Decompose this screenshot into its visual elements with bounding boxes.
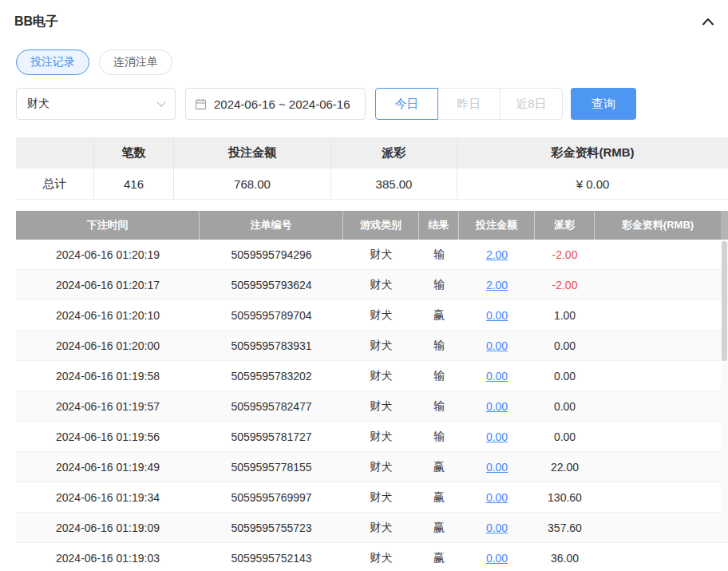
bet-amount-link[interactable]: 0.00: [486, 461, 508, 474]
cell-game-type: 财犬: [343, 482, 419, 512]
cell-bet-amount: 2.00: [459, 240, 535, 269]
game-select-value: 财犬: [27, 97, 49, 111]
bet-amount-link[interactable]: 0.00: [486, 400, 508, 413]
cell-jackpot: [595, 422, 728, 451]
filter-bar: 财犬 2024-06-16 ~ 2024-06-16 今日 昨日 近8日 查询: [16, 88, 728, 120]
scrollbar-track[interactable]: [721, 240, 728, 542]
header-jackpot: 彩金资料(RMB): [595, 211, 721, 240]
bet-amount-link[interactable]: 0.00: [486, 521, 508, 534]
page: BB电子 投注记录 连消注单 财犬 2024-06-16 ~ 2024-0: [0, 0, 728, 571]
cell-bet-id: 5059595782477: [200, 391, 343, 421]
bet-amount-link[interactable]: 0.00: [486, 339, 508, 352]
scrollbar-thumb[interactable]: [722, 241, 727, 361]
table-row: 2024-06-16 01:19:575059595782477财犬输0.000…: [16, 391, 728, 422]
tab-label: 投注记录: [30, 55, 75, 69]
cell-bet-id: 5059595783931: [200, 331, 343, 360]
bet-amount-link[interactable]: 0.00: [486, 370, 508, 383]
cell-game-type: 财犬: [343, 513, 419, 542]
cell-bet-id: 5059595794296: [200, 240, 343, 269]
summary-total-count: 416: [94, 169, 174, 199]
cell-bet-id: 5059595752143: [200, 543, 343, 571]
cell-jackpot: [595, 543, 728, 571]
yesterday-button-label: 昨日: [457, 97, 481, 112]
cell-bet-amount: 0.00: [459, 331, 535, 360]
cell-game-type: 财犬: [343, 452, 419, 482]
header-payout: 派彩: [535, 211, 595, 240]
yesterday-button[interactable]: 昨日: [437, 88, 500, 120]
cell-result: 赢: [419, 513, 459, 542]
section-header: BB电子: [0, 0, 728, 30]
page-title: BB电子: [14, 14, 58, 30]
summary-table: 笔数 投注金额 派彩 彩金资料(RMB) 总计 416 768.00 385.0…: [16, 137, 728, 200]
bet-amount-link[interactable]: 2.00: [486, 248, 508, 261]
game-select[interactable]: 财犬: [16, 88, 176, 120]
cell-payout: 0.00: [535, 391, 595, 421]
cell-result: 赢: [419, 482, 459, 512]
cell-result: 输: [419, 361, 459, 391]
summary-header-payout: 派彩: [331, 137, 457, 169]
collapse-button[interactable]: [699, 13, 717, 30]
date-range-input[interactable]: 2024-06-16 ~ 2024-06-16: [185, 88, 366, 120]
bet-amount-link[interactable]: 0.00: [486, 430, 508, 443]
table-row: 2024-06-16 01:19:035059595752143财犬赢0.003…: [16, 543, 728, 571]
cell-jackpot: [595, 240, 728, 269]
bet-amount-link[interactable]: 2.00: [486, 279, 508, 291]
cell-jackpot: [595, 300, 728, 330]
cell-game-type: 财犬: [343, 361, 419, 391]
today-button-label: 今日: [395, 97, 419, 112]
chevron-up-icon: [702, 17, 714, 26]
query-button[interactable]: 查询: [571, 88, 636, 120]
last-8-days-button[interactable]: 近8日: [500, 88, 563, 120]
cell-bet-time: 2024-06-16 01:20:17: [16, 270, 200, 299]
bet-table-body: 2024-06-16 01:20:195059595794296财犬输2.00-…: [16, 240, 728, 571]
cell-jackpot: [595, 270, 728, 299]
date-range-value: 2024-06-16 ~ 2024-06-16: [214, 97, 350, 111]
cell-jackpot: [595, 391, 728, 421]
cell-bet-time: 2024-06-16 01:19:09: [16, 513, 200, 542]
header-result: 结果: [419, 211, 459, 240]
cell-bet-amount: 0.00: [459, 482, 535, 512]
summary-header-count: 笔数: [94, 137, 174, 169]
table-row: 2024-06-16 01:19:095059595755723财犬赢0.003…: [16, 513, 728, 543]
cell-bet-amount: 0.00: [459, 300, 535, 330]
table-row: 2024-06-16 01:19:345059595769997财犬赢0.001…: [16, 482, 728, 513]
cell-bet-amount: 0.00: [459, 361, 535, 391]
table-row: 2024-06-16 01:19:495059595778155财犬赢0.002…: [16, 452, 728, 482]
cell-result: 赢: [419, 300, 459, 330]
cell-bet-time: 2024-06-16 01:19:34: [16, 482, 200, 512]
header-game-type: 游戏类别: [343, 211, 419, 240]
table-row: 2024-06-16 01:19:585059595783202财犬输0.000…: [16, 361, 728, 391]
cell-payout: 1.00: [535, 300, 595, 330]
cell-result: 赢: [419, 452, 459, 482]
today-button[interactable]: 今日: [375, 88, 438, 120]
table-row: 2024-06-16 01:20:195059595794296财犬输2.00-…: [16, 240, 728, 270]
summary-header-row: 笔数 投注金额 派彩 彩金资料(RMB): [16, 137, 728, 169]
cell-bet-amount: 2.00: [459, 270, 535, 299]
cell-bet-time: 2024-06-16 01:19:58: [16, 361, 200, 391]
cell-bet-id: 5059595783202: [200, 361, 343, 391]
cell-bet-amount: 0.00: [459, 391, 535, 421]
cell-bet-time: 2024-06-16 01:19:03: [16, 543, 200, 571]
header-bet-id: 注单编号: [200, 211, 343, 240]
bet-amount-link[interactable]: 0.00: [486, 309, 508, 322]
bet-amount-link[interactable]: 0.00: [486, 552, 508, 565]
cell-game-type: 财犬: [343, 240, 419, 269]
cell-bet-id: 5059595778155: [200, 452, 343, 482]
tab-bet-records[interactable]: 投注记录: [16, 50, 89, 75]
tab-cancelled-bets[interactable]: 连消注单: [99, 50, 172, 75]
cell-result: 输: [419, 331, 459, 360]
bet-table-header: 下注时间 注单编号 游戏类别 结果 投注金额 派彩 彩金资料(RMB): [16, 211, 728, 240]
bet-amount-link[interactable]: 0.00: [486, 491, 508, 504]
cell-bet-amount: 0.00: [459, 543, 535, 571]
cell-bet-time: 2024-06-16 01:19:57: [16, 391, 200, 421]
cell-payout: 36.00: [535, 543, 595, 571]
cell-result: 赢: [419, 543, 459, 571]
cell-result: 输: [419, 240, 459, 269]
cell-game-type: 财犬: [343, 300, 419, 330]
cell-bet-time: 2024-06-16 01:20:19: [16, 240, 200, 269]
cell-bet-amount: 0.00: [459, 452, 535, 482]
last-8-days-button-label: 近8日: [516, 97, 546, 112]
cell-jackpot: [595, 452, 728, 482]
chevron-down-icon: [156, 97, 165, 106]
header-bet-time: 下注时间: [16, 211, 200, 240]
